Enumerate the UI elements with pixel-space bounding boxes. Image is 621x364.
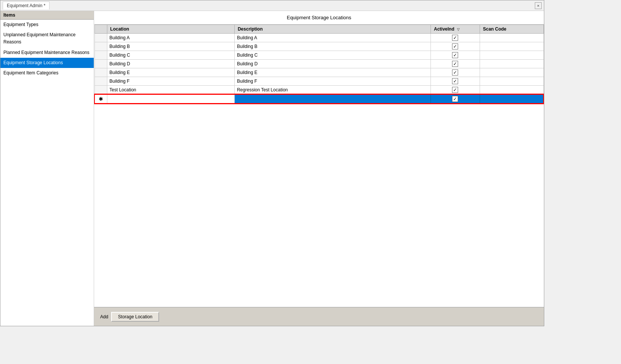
active-ind-checkbox[interactable] bbox=[452, 35, 458, 41]
table-body: Building ABuilding ABuilding BBuilding B… bbox=[94, 34, 544, 104]
cell-active-ind[interactable] bbox=[431, 51, 480, 60]
active-ind-checkbox[interactable] bbox=[452, 52, 458, 58]
row-indicator bbox=[94, 77, 107, 86]
active-ind-checkbox[interactable] bbox=[452, 61, 458, 67]
row-indicator bbox=[94, 60, 107, 68]
main-window: Equipment Admin * × Items Equipment Type… bbox=[0, 0, 544, 326]
sidebar: Items Equipment TypesUnplanned Equipment… bbox=[0, 11, 94, 326]
cell-location[interactable]: Building E bbox=[107, 68, 234, 77]
active-ind-checkbox[interactable] bbox=[452, 69, 458, 76]
sidebar-item-unplanned-maintenance[interactable]: Unplanned Equipment Maintenance Reasons bbox=[0, 30, 94, 47]
new-data-row[interactable]: ✱ bbox=[94, 94, 544, 103]
row-indicator-header bbox=[94, 25, 107, 34]
sidebar-item-equipment-types[interactable]: Equipment Types bbox=[0, 20, 94, 30]
new-row-description-cell[interactable] bbox=[234, 94, 431, 103]
cell-location[interactable]: Building F bbox=[107, 77, 234, 86]
table-row[interactable]: Building FBuilding F bbox=[94, 77, 544, 86]
cell-description[interactable]: Regression Test Location bbox=[234, 86, 431, 95]
active-ind-checkbox[interactable] bbox=[452, 87, 458, 93]
new-row-active-ind-cell[interactable] bbox=[431, 94, 480, 103]
table-row[interactable]: Building DBuilding D bbox=[94, 60, 544, 68]
content-area: Items Equipment TypesUnplanned Equipment… bbox=[0, 11, 544, 326]
col-header-location[interactable]: Location bbox=[107, 25, 234, 34]
table-row[interactable]: Building CBuilding C bbox=[94, 51, 544, 60]
sidebar-items-container: Equipment TypesUnplanned Equipment Maint… bbox=[0, 20, 94, 78]
cell-scan-code[interactable] bbox=[480, 51, 544, 60]
new-row-indicator: ✱ bbox=[94, 94, 107, 103]
cell-scan-code[interactable] bbox=[480, 60, 544, 68]
sidebar-item-planned-maintenance[interactable]: Planned Equipment Maintenance Reasons bbox=[0, 48, 94, 58]
sidebar-header: Items bbox=[0, 11, 94, 20]
new-row-scan-code-cell[interactable] bbox=[480, 94, 544, 103]
cell-location[interactable]: Building B bbox=[107, 42, 234, 51]
table-row[interactable]: Building BBuilding B bbox=[94, 42, 544, 51]
col-header-scan-code[interactable]: Scan Code bbox=[480, 25, 544, 34]
close-button[interactable]: × bbox=[535, 2, 542, 9]
active-ind-checkbox[interactable] bbox=[452, 43, 458, 49]
cell-active-ind[interactable] bbox=[431, 42, 480, 51]
table-title: Equipment Storage Locations bbox=[94, 11, 544, 25]
cell-scan-code[interactable] bbox=[480, 86, 544, 95]
col-header-description[interactable]: Description bbox=[234, 25, 431, 34]
sidebar-item-storage-locations[interactable]: Equipment Storage Locations bbox=[0, 58, 94, 68]
window-tab[interactable]: Equipment Admin * bbox=[3, 2, 50, 9]
table-header-row: Location Description ActiveInd ▽ Scan Co… bbox=[94, 25, 544, 34]
cell-description[interactable]: Building E bbox=[234, 68, 431, 77]
cell-description[interactable]: Building B bbox=[234, 42, 431, 51]
cell-scan-code[interactable] bbox=[480, 42, 544, 51]
cell-location[interactable]: Building A bbox=[107, 34, 234, 42]
cell-scan-code[interactable] bbox=[480, 68, 544, 77]
cell-scan-code[interactable] bbox=[480, 34, 544, 42]
add-storage-location-button[interactable]: Storage Location bbox=[111, 312, 159, 322]
main-content: Equipment Storage Locations Location Des… bbox=[94, 11, 544, 326]
footer-bar: Add Storage Location bbox=[94, 307, 544, 326]
sidebar-item-item-categories[interactable]: Equipment Item Categories bbox=[0, 68, 94, 78]
cell-description[interactable]: Building C bbox=[234, 51, 431, 60]
row-indicator bbox=[94, 51, 107, 60]
cell-location[interactable]: Building C bbox=[107, 51, 234, 60]
table-container[interactable]: Location Description ActiveInd ▽ Scan Co… bbox=[94, 25, 544, 307]
data-table: Location Description ActiveInd ▽ Scan Co… bbox=[94, 25, 544, 104]
row-indicator bbox=[94, 68, 107, 77]
cell-location[interactable]: Test Location bbox=[107, 86, 234, 95]
row-indicator bbox=[94, 86, 107, 95]
filter-icon: ▽ bbox=[457, 28, 460, 31]
cell-description[interactable]: Building D bbox=[234, 60, 431, 68]
new-row-active-checkbox[interactable] bbox=[452, 96, 458, 102]
cell-description[interactable]: Building F bbox=[234, 77, 431, 86]
title-bar: Equipment Admin * × bbox=[0, 0, 544, 11]
table-row[interactable]: Building EBuilding E bbox=[94, 68, 544, 77]
col-header-active-ind[interactable]: ActiveInd ▽ bbox=[431, 25, 480, 34]
cell-active-ind[interactable] bbox=[431, 86, 480, 95]
cell-active-ind[interactable] bbox=[431, 77, 480, 86]
new-row-location-cell[interactable] bbox=[107, 94, 234, 103]
cell-active-ind[interactable] bbox=[431, 34, 480, 42]
cell-active-ind[interactable] bbox=[431, 68, 480, 77]
table-row[interactable]: Building ABuilding A bbox=[94, 34, 544, 42]
add-label: Add bbox=[100, 314, 108, 319]
row-indicator bbox=[94, 34, 107, 42]
cell-description[interactable]: Building A bbox=[234, 34, 431, 42]
row-indicator bbox=[94, 42, 107, 51]
active-ind-checkbox[interactable] bbox=[452, 78, 458, 84]
cell-location[interactable]: Building D bbox=[107, 60, 234, 68]
table-row[interactable]: Test LocationRegression Test Location bbox=[94, 86, 544, 95]
cell-scan-code[interactable] bbox=[480, 77, 544, 86]
cell-active-ind[interactable] bbox=[431, 60, 480, 68]
new-row-location-input[interactable] bbox=[110, 96, 232, 102]
